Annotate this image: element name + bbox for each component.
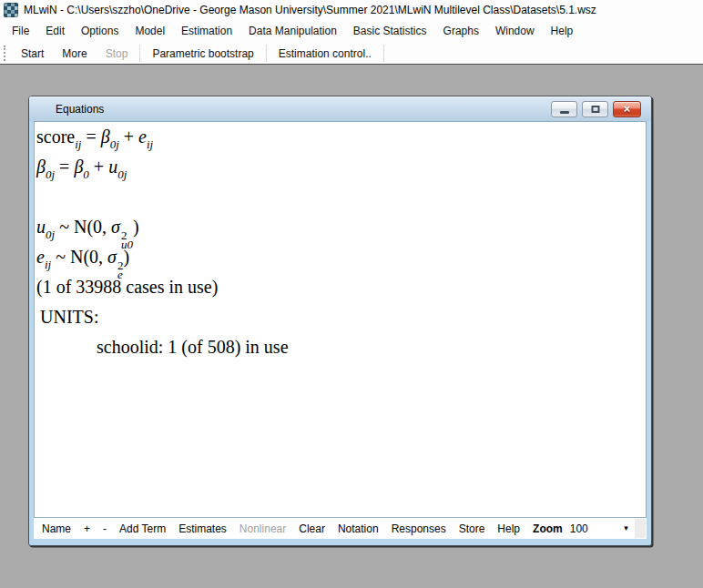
zoom-label: Zoom xyxy=(526,522,566,535)
app-title: MLwiN - C:\Users\szzho\OneDrive - George… xyxy=(24,4,596,16)
plus-button[interactable]: + xyxy=(77,522,97,535)
mlwin-app-icon xyxy=(4,3,18,17)
equation-line-blank xyxy=(36,182,646,212)
start-button[interactable]: Start xyxy=(12,47,53,60)
menu-help[interactable]: Help xyxy=(543,25,582,37)
add-term-button[interactable]: Add Term xyxy=(113,522,172,535)
dropdown-arrow-icon: ▾ xyxy=(624,524,632,532)
app-menubar: File Edit Options Model Estimation Data … xyxy=(0,20,703,42)
minimize-icon xyxy=(560,111,569,114)
estimates-button[interactable]: Estimates xyxy=(172,522,233,535)
restore-button[interactable] xyxy=(582,101,608,117)
parametric-bootstrap-button[interactable]: Parametric bootstrap xyxy=(143,47,262,60)
toolbar-separator xyxy=(266,45,267,62)
schoolid-units-text: schoolid: 1 (of 508) in use xyxy=(36,332,646,362)
app-chrome: MLwiN - C:\Users\szzho\OneDrive - George… xyxy=(0,0,703,65)
close-button[interactable]: × xyxy=(613,101,641,117)
menu-data-manipulation[interactable]: Data Manipulation xyxy=(240,25,345,37)
menu-file[interactable]: File xyxy=(4,25,37,37)
minimize-button[interactable] xyxy=(551,101,577,117)
stop-button: Stop xyxy=(97,47,138,60)
estimation-control-button[interactable]: Estimation control.. xyxy=(270,47,381,60)
menu-estimation[interactable]: Estimation xyxy=(173,25,240,37)
equations-window-title: Equations xyxy=(56,103,104,116)
toolbar-grip-handle[interactable] xyxy=(4,46,5,61)
responses-button[interactable]: Responses xyxy=(385,522,453,535)
restore-icon xyxy=(591,106,599,113)
help-button[interactable]: Help xyxy=(491,522,526,535)
mdi-client-area: Equations × scoreij = β0j + eij β0j = β0… xyxy=(0,66,703,588)
close-icon: × xyxy=(614,102,640,116)
minus-button[interactable]: - xyxy=(97,522,113,535)
notation-button[interactable]: Notation xyxy=(331,522,385,535)
zoom-combobox[interactable]: 100 ▾ xyxy=(566,519,632,538)
toolbar-separator xyxy=(139,45,140,62)
app-titlebar[interactable]: MLwiN - C:\Users\szzho\OneDrive - George… xyxy=(0,0,703,20)
zoom-value: 100 xyxy=(570,522,624,535)
nonlinear-button: Nonlinear xyxy=(233,522,292,535)
equations-pane: scoreij = β0j + eij β0j = β0 + u0j u0j ~… xyxy=(34,121,647,518)
menu-graphs[interactable]: Graphs xyxy=(435,25,487,37)
toolbar-filler xyxy=(635,519,646,538)
store-button[interactable]: Store xyxy=(453,522,492,535)
window-controls: × xyxy=(551,101,641,117)
units-heading: UNITS: xyxy=(36,302,646,332)
equation-line-score[interactable]: scoreij = β0j + eij xyxy=(36,122,646,152)
menu-window[interactable]: Window xyxy=(487,25,543,37)
equations-toolbar: Name + - Add Term Estimates Nonlinear Cl… xyxy=(34,518,647,539)
estimation-toolbar: Start More Stop Parametric bootstrap Est… xyxy=(0,42,703,65)
menu-basic-statistics[interactable]: Basic Statistics xyxy=(345,25,435,37)
equations-window-titlebar[interactable]: Equations × xyxy=(29,96,651,121)
menu-edit[interactable]: Edit xyxy=(37,25,73,37)
equations-window: Equations × scoreij = β0j + eij β0j = β0… xyxy=(28,96,652,546)
name-button[interactable]: Name xyxy=(36,522,77,535)
toolbar-separator xyxy=(383,45,384,62)
equation-line-e-distribution[interactable]: eij ~ N(0, σ2e) xyxy=(36,242,646,272)
clear-button[interactable]: Clear xyxy=(292,522,331,535)
equation-line-beta0j[interactable]: β0j = β0 + u0j xyxy=(36,152,646,182)
menu-options[interactable]: Options xyxy=(73,25,127,37)
cases-in-use-text: (1 of 33988 cases in use) xyxy=(36,272,646,302)
more-button[interactable]: More xyxy=(53,47,96,60)
equation-line-u-distribution[interactable]: u0j ~ N(0, σ2u0) xyxy=(36,212,646,242)
menu-model[interactable]: Model xyxy=(127,25,173,37)
